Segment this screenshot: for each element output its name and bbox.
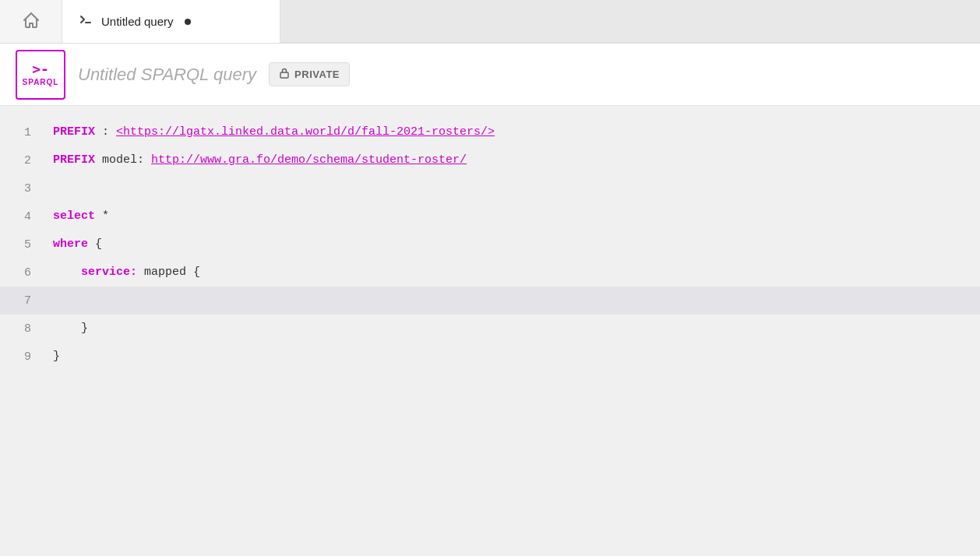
keyword-select: select: [53, 202, 95, 230]
code-line-6: 6 service: mapped {: [0, 259, 980, 287]
line-number-5: 5: [0, 230, 47, 259]
sparql-label: SPARQL: [23, 78, 59, 86]
query-header: >- SPARQL Untitled SPARQL query PRIVATE: [0, 44, 980, 106]
line-number-2: 2: [0, 146, 47, 174]
code-line-9: 9 }: [0, 343, 980, 371]
code-line-2: 2 PREFIX model: http://www.gra.fo/demo/s…: [0, 146, 980, 174]
home-button[interactable]: [0, 0, 62, 43]
line-number-8: 8: [0, 315, 47, 343]
unsaved-indicator: [185, 19, 191, 25]
line-number-3: 3: [0, 174, 47, 202]
terminal-icon: [78, 12, 93, 31]
code-text: model:: [95, 146, 151, 174]
line-content-6: service: mapped {: [47, 259, 206, 287]
line-content-2: PREFIX model: http://www.gra.fo/demo/sch…: [47, 146, 473, 174]
line-content-4: select *: [47, 202, 115, 230]
private-label: PRIVATE: [294, 69, 340, 80]
keyword-prefix-1: PREFIX: [53, 118, 95, 146]
code-line-5: 5 where {: [0, 230, 980, 259]
code-line-1: 1 PREFIX : <https://lgatx.linked.data.wo…: [0, 118, 980, 146]
line-content-3: [47, 174, 59, 202]
line-content-1: PREFIX : <https://lgatx.linked.data.worl…: [47, 118, 501, 146]
line-content-7: [47, 287, 59, 315]
home-icon: [22, 11, 41, 33]
code-line-4: 4 select *: [0, 202, 980, 230]
code-text: mapped {: [137, 259, 200, 287]
code-text: }: [53, 315, 88, 343]
tab-title: Untitled query: [101, 15, 174, 28]
keyword-service: service:: [81, 259, 137, 287]
tab-bar: Untitled query: [0, 0, 980, 44]
code-editor[interactable]: 1 PREFIX : <https://lgatx.linked.data.wo…: [0, 106, 980, 556]
query-name-field[interactable]: Untitled SPARQL query: [78, 65, 256, 85]
keyword-prefix-2: PREFIX: [53, 146, 95, 174]
line-content-9: }: [47, 343, 66, 371]
code-text: }: [53, 343, 60, 371]
uri-link-1[interactable]: <https://lgatx.linked.data.world/d/fall-…: [116, 118, 495, 146]
code-line-3: 3: [0, 174, 980, 202]
line-number-1: 1: [0, 118, 47, 146]
lock-icon: [279, 68, 290, 81]
code-line-8: 8 }: [0, 315, 980, 343]
line-content-5: where {: [47, 230, 108, 259]
keyword-where: where: [53, 230, 88, 259]
code-line-7[interactable]: 7: [0, 287, 980, 315]
line-number-4: 4: [0, 202, 47, 230]
code-text: *: [95, 202, 109, 230]
line-content-8: }: [47, 315, 94, 343]
svg-rect-1: [280, 72, 288, 78]
sparql-code-symbol: >-: [32, 62, 49, 76]
tab-empty-space: [280, 0, 980, 43]
private-badge-button[interactable]: PRIVATE: [269, 62, 350, 86]
code-indent: [53, 259, 81, 287]
code-text: {: [88, 230, 102, 259]
line-number-9: 9: [0, 343, 47, 371]
line-number-6: 6: [0, 259, 47, 287]
uri-link-2[interactable]: http://www.gra.fo/demo/schema/student-ro…: [151, 146, 467, 174]
line-number-7: 7: [0, 287, 47, 315]
sparql-logo: >- SPARQL: [16, 50, 65, 100]
query-tab[interactable]: Untitled query: [62, 0, 280, 43]
code-text: :: [95, 118, 116, 146]
